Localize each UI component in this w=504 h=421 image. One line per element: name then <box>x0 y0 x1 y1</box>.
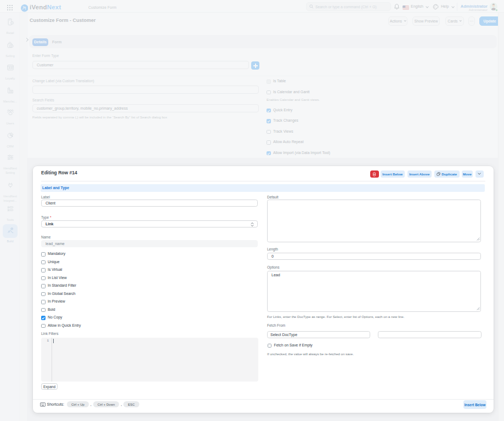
fetch-from-field-input[interactable] <box>378 331 482 338</box>
length-field-value: 0 <box>271 254 274 258</box>
insert-below-footer-button[interactable]: Insert Below <box>463 400 486 409</box>
allow-in-quick-entry-label: Allow in Quick Entry <box>48 323 81 327</box>
in-preview-label: In Preview <box>48 299 65 303</box>
default-field-textarea[interactable] <box>267 200 481 242</box>
label-field-input[interactable]: Client <box>41 200 258 207</box>
move-button[interactable]: Move <box>462 170 473 178</box>
options-field-value: Lead <box>271 273 280 277</box>
is-virtual-label: Is Virtual <box>48 268 62 271</box>
section-title-label: Label and Type <box>42 186 69 190</box>
insert-below-footer-label: Insert Below <box>465 403 486 407</box>
name-field-value: lead_name <box>46 242 65 246</box>
is-virtual-checkbox[interactable] <box>41 268 46 272</box>
bold-label: Bold <box>48 308 55 311</box>
fetch-on-save-help: If unchecked, the value will always be r… <box>267 352 354 356</box>
in-standard-filter-checkbox[interactable] <box>41 284 46 288</box>
editor-cursor <box>53 339 54 344</box>
unique-checkbox[interactable] <box>41 260 46 265</box>
options-field-help: For Links, enter the DocType as range. F… <box>267 315 404 318</box>
insert-below-header-button[interactable]: Insert Below <box>381 170 405 178</box>
unique-label: Unique <box>48 260 60 264</box>
chevron-down-icon <box>478 173 481 175</box>
insert-above-button-label: Insert Above <box>409 172 429 176</box>
shortcut-comma: , <box>121 402 122 406</box>
options-field-label: Options <box>267 265 279 269</box>
label-field-label: Label <box>41 195 50 199</box>
no-copy-label: No Copy <box>48 315 62 319</box>
kbd-ctrl-up: Ctrl + Up <box>67 401 89 407</box>
dialog-header-divider <box>41 181 485 181</box>
default-field-label: Default <box>267 195 279 199</box>
in-global-search-label: In Global Search <box>48 292 76 295</box>
in-preview-checkbox[interactable] <box>41 300 46 304</box>
shortcuts-label: Shortcuts: <box>47 402 65 406</box>
editing-row-dialog: Editing Row #14 Insert Below Insert Abov… <box>33 166 494 413</box>
dialog-title: Editing Row #14 <box>41 170 77 175</box>
fetch-from-label: Fetch From <box>267 323 285 327</box>
in-global-search-checkbox[interactable] <box>41 292 46 297</box>
section-label-and-type: Label and Type <box>41 184 485 192</box>
mandatory-label: Mandatory <box>48 252 65 255</box>
link-filters-editor[interactable]: 1 <box>41 338 258 382</box>
select-arrows-icon <box>251 222 254 227</box>
fetch-on-save-checkbox[interactable] <box>268 344 272 348</box>
expand-button-label: Expand <box>43 385 55 389</box>
in-list-view-checkbox[interactable] <box>41 276 46 281</box>
link-filters-label: Link Filters <box>41 332 58 335</box>
move-button-label: Move <box>463 172 472 176</box>
duplicate-button[interactable]: Duplicate <box>434 170 460 178</box>
fetch-from-doctype-value: Select DocType <box>270 333 297 337</box>
keyboard-icon <box>40 402 46 407</box>
kbd-esc: ESC <box>123 401 139 407</box>
duplicate-button-label: Duplicate <box>441 172 457 176</box>
dialog-footer-divider <box>33 399 494 400</box>
name-field-input: lead_name <box>41 240 258 247</box>
type-field-label: Type * <box>41 215 51 219</box>
options-field-textarea[interactable]: Lead <box>267 271 481 312</box>
type-field-label-text: Type <box>41 215 49 219</box>
resize-grip-icon[interactable] <box>477 237 480 241</box>
expand-button[interactable]: Expand <box>41 383 58 390</box>
collapse-row-button[interactable] <box>475 170 484 178</box>
duplicate-icon <box>437 172 440 176</box>
editor-gutter: 1 <box>41 338 52 382</box>
allow-in-quick-entry-checkbox[interactable] <box>41 324 46 328</box>
editor-line-number: 1 <box>47 339 49 343</box>
resize-grip-icon[interactable] <box>477 307 480 310</box>
insert-above-header-button[interactable]: Insert Above <box>407 170 432 178</box>
in-list-view-label: In List View <box>48 276 67 280</box>
name-field-label: Name <box>41 235 50 239</box>
type-field-select[interactable]: Link <box>41 220 258 227</box>
in-standard-filter-label: In Standard Filter <box>48 283 76 287</box>
shortcuts-row: Shortcuts: Ctrl + Up , Ctrl + Down , ESC <box>40 401 139 407</box>
required-asterisk: * <box>50 215 52 219</box>
kbd-ctrl-down: Ctrl + Down <box>93 401 120 407</box>
bold-checkbox[interactable] <box>41 308 46 312</box>
mandatory-checkbox[interactable] <box>41 252 46 257</box>
trash-icon <box>372 172 377 177</box>
type-field-value: Link <box>46 222 53 226</box>
no-copy-checkbox[interactable] <box>41 316 46 320</box>
insert-below-button-label: Insert Below <box>382 172 403 176</box>
fetch-on-save-label: Fetch on Save if Empty <box>274 343 313 347</box>
label-field-value: Client <box>46 201 55 205</box>
length-field-input[interactable]: 0 <box>267 253 481 260</box>
delete-row-button[interactable] <box>370 170 379 178</box>
shortcut-comma: , <box>90 402 92 406</box>
fetch-from-doctype-select[interactable]: Select DocType <box>267 331 370 338</box>
length-field-label: Length <box>267 247 278 251</box>
